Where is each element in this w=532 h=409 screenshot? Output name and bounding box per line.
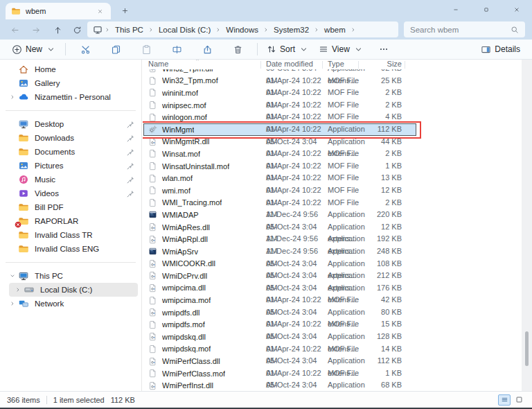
column-divider[interactable]: [358, 61, 359, 69]
new-button[interactable]: New: [7, 41, 61, 58]
sidebar-item-videos[interactable]: Videos: [3, 186, 138, 200]
file-row-wmiapsrv[interactable]: WmiApSrv 11-Dec-24 9:56 AM Application 2…: [143, 245, 522, 258]
breadcrumb-chevron-icon[interactable]: [313, 26, 320, 33]
details-pane-button[interactable]: Details: [476, 41, 525, 58]
details-view-toggle[interactable]: [498, 394, 511, 406]
file-row-winlogon-mof[interactable]: winlogon.mof 01-Apr-24 10:22 AM MOF File…: [143, 111, 522, 123]
forward-button[interactable]: [28, 22, 44, 37]
maximize-button[interactable]: [471, 0, 502, 19]
file-row-wmiperfinst-dll[interactable]: WmiPerfInst.dll 05-Oct-24 3:04 AM Applic…: [143, 379, 522, 391]
sidebar-item-desktop[interactable]: Desktop: [3, 117, 138, 131]
sidebar-item-downloads[interactable]: Downloads: [3, 131, 138, 145]
sidebar-item-raporlar[interactable]: RAPORLAR: [3, 214, 138, 228]
file-row-wmicookr-dll[interactable]: WMICOOKR.dll 05-Oct-24 3:04 AM Applicati…: [143, 258, 522, 270]
breadcrumb-chevron-icon[interactable]: [263, 26, 269, 33]
chevron-icon[interactable]: [6, 148, 18, 155]
rename-button[interactable]: [161, 41, 192, 58]
up-button[interactable]: [50, 22, 65, 37]
chevron-icon[interactable]: [6, 190, 18, 197]
sidebar-item-nizamettin-personal[interactable]: Nizamettin - Personal: [3, 90, 138, 104]
chevron-icon[interactable]: [6, 176, 18, 183]
close-button[interactable]: [502, 0, 532, 19]
file-row-wmipdskq-mof[interactable]: wmipdskq.mof 01-Apr-24 10:22 AM MOF File…: [143, 343, 522, 356]
sidebar-item-home[interactable]: Home: [3, 62, 138, 76]
delete-button[interactable]: [222, 41, 253, 58]
more-options-button[interactable]: [369, 41, 399, 58]
file-row-wmiperfclass-dll[interactable]: WmiPerfClass.dll 05-Oct-24 3:04 AM Appli…: [143, 355, 522, 367]
chevron-icon[interactable]: [6, 121, 18, 128]
breadcrumb-segment[interactable]: System32: [269, 26, 313, 34]
chevron-icon[interactable]: [6, 80, 18, 87]
sidebar-item-invalid-class-eng[interactable]: Invalid Class ENG: [3, 242, 138, 256]
column-header-name[interactable]: Name: [148, 60, 259, 68]
file-row-wmi-tracing-mof[interactable]: WMI_Tracing.mof 01-Apr-24 10:22 AM MOF F…: [143, 197, 522, 209]
chevron-icon[interactable]: [6, 245, 18, 252]
chevron-icon[interactable]: [12, 286, 24, 293]
file-row-wmipcima-dll[interactable]: wmipcima.dll 05-Oct-24 3:04 AM Applicati…: [143, 282, 522, 295]
view-button[interactable]: View: [314, 41, 369, 58]
copy-button[interactable]: [100, 41, 131, 58]
breadcrumb-chevron-icon[interactable]: [215, 26, 222, 33]
icons-view-toggle[interactable]: [513, 394, 525, 406]
breadcrumb-segment[interactable]: wbem: [320, 26, 350, 34]
file-row-winsatuninstall-mof[interactable]: WinsatUninstall.mof 01-Apr-24 10:22 AM M…: [143, 160, 522, 173]
breadcrumb[interactable]: This PCLocal Disk (C:)WindowsSystem32wbe…: [87, 21, 398, 37]
chevron-icon[interactable]: [6, 232, 18, 238]
file-row-wmidcprv-dll[interactable]: WmiDcPrv.dll 05-Oct-24 3:04 AM Applicati…: [143, 270, 522, 282]
file-row-wmipdfs-mof[interactable]: wmipdfs.mof 01-Apr-24 10:22 AM MOF File …: [143, 318, 522, 331]
file-row-wmiadap[interactable]: WMIADAP 11-Dec-24 9:56 AM Application 22…: [143, 209, 522, 221]
scrollbar-thumb[interactable]: [525, 331, 529, 366]
sidebar-item-gallery[interactable]: Gallery: [3, 76, 138, 90]
file-row-wininit-mof[interactable]: wininit.mof 01-Apr-24 10:22 AM MOF File …: [143, 87, 522, 99]
sidebar-item-local-disk-c-[interactable]: Local Disk (C:): [9, 283, 138, 297]
file-row-wmiperfclass-mof[interactable]: WmiPerfClass.mof 01-Apr-24 10:22 AM MOF …: [143, 367, 522, 380]
chevron-icon[interactable]: [6, 300, 18, 307]
breadcrumb-chevron-icon[interactable]: [350, 26, 357, 33]
sidebar-item-bill-pdf[interactable]: Bill PDF: [3, 200, 138, 214]
sidebar-item-this-pc[interactable]: This PC: [3, 269, 138, 283]
breadcrumb-chevron-icon[interactable]: [104, 26, 111, 33]
file-row-wmi-mof[interactable]: wmi.mof 01-Apr-24 10:22 AM MOF File 12 K…: [143, 184, 522, 197]
cut-button[interactable]: [70, 41, 100, 58]
scrollbar[interactable]: [522, 60, 532, 391]
chevron-icon[interactable]: [6, 66, 18, 73]
file-row-wmipdskq-dll[interactable]: wmipdskq.dll 05-Oct-24 3:04 AM Applicati…: [143, 331, 522, 343]
column-header-date[interactable]: Date modified: [266, 60, 324, 68]
tab-close-icon[interactable]: [94, 6, 105, 17]
minimize-button[interactable]: [441, 0, 471, 19]
file-row-winsat-mof[interactable]: Winsat.mof 01-Apr-24 10:22 AM MOF File 2…: [143, 148, 522, 160]
back-button[interactable]: [7, 22, 22, 37]
file-row-winmgmtr-dll[interactable]: WinMgmtR.dll 05-Oct-24 3:04 AM Applicati…: [143, 136, 522, 148]
file-row-winmgmt[interactable]: WinMgmt 01-Apr-24 10:22 AM Application 1…: [143, 123, 522, 136]
share-button[interactable]: [192, 41, 222, 58]
file-row-wmiapres-dll[interactable]: WmiApRes.dll 05-Oct-24 3:04 AM Applicati…: [143, 221, 522, 234]
breadcrumb-segment[interactable]: This PC: [111, 26, 148, 34]
breadcrumb-segment[interactable]: Windows: [222, 26, 263, 34]
file-row-wmipcima-mof[interactable]: wmipcima.mof 01-Apr-24 10:22 AM MOF File…: [143, 294, 522, 306]
search-input[interactable]: Search wbem: [404, 21, 525, 37]
column-divider[interactable]: [405, 61, 405, 69]
column-header-size[interactable]: Size: [363, 60, 402, 68]
chevron-icon[interactable]: [6, 204, 18, 211]
new-tab-button[interactable]: [119, 5, 130, 16]
file-row-wmiaprpl-dll[interactable]: WmiApRpl.dll 11-Dec-24 9:56 AM Applicati…: [143, 233, 522, 245]
sidebar-item-network[interactable]: Network: [3, 297, 138, 311]
file-row-wmipdfs-dll[interactable]: wmipdfs.dll 05-Oct-24 3:04 AM Applicatio…: [143, 306, 522, 319]
breadcrumb-chevron-icon[interactable]: [148, 26, 154, 33]
refresh-button[interactable]: [69, 22, 85, 37]
chevron-icon[interactable]: [6, 272, 18, 279]
chevron-icon[interactable]: [6, 162, 18, 169]
column-divider[interactable]: [322, 61, 323, 69]
sidebar-item-music[interactable]: Music: [3, 173, 138, 186]
chevron-icon[interactable]: [6, 94, 18, 101]
sidebar-item-pictures[interactable]: Pictures: [3, 159, 138, 173]
file-row-win32-tpm-mof[interactable]: Win32_Tpm.mof 01-Apr-24 10:22 AM MOF Fil…: [143, 75, 522, 87]
sidebar-item-documents[interactable]: Documents: [3, 145, 138, 159]
breadcrumb-segment[interactable]: Local Disk (C:): [154, 26, 215, 34]
explorer-tab[interactable]: wbem: [6, 3, 111, 19]
column-divider[interactable]: [260, 61, 261, 69]
file-row-winipsec-mof[interactable]: winipsec.mof 01-Apr-24 10:22 AM MOF File…: [143, 99, 522, 112]
file-row-wlan-mof[interactable]: wlan.mof 01-Apr-24 10:22 AM MOF File 13 …: [143, 172, 522, 184]
paste-button[interactable]: [131, 41, 161, 58]
sidebar-item-invalid-class-tr[interactable]: Invalid Class TR: [3, 228, 138, 242]
